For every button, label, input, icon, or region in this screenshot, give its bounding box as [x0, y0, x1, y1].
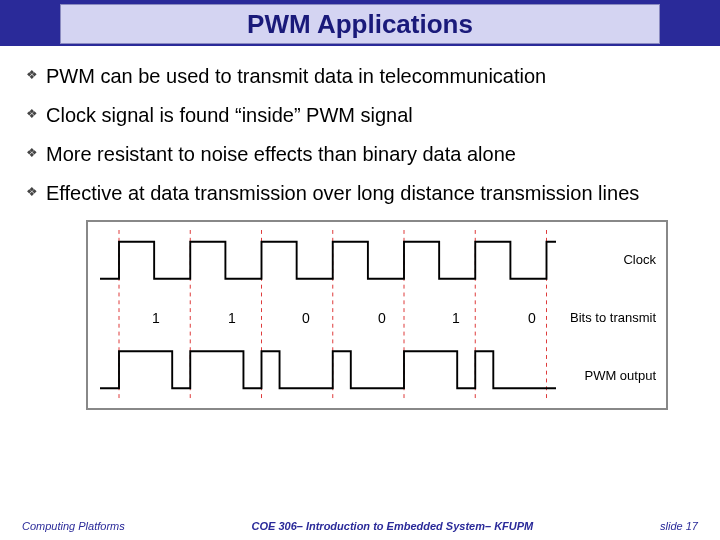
bullet-item: ❖ PWM can be used to transmit data in te… — [26, 64, 694, 89]
footer-right: slide 17 — [660, 520, 698, 532]
bullet-text: More resistant to noise effects than bin… — [46, 142, 516, 167]
footer: Computing Platforms COE 306– Introductio… — [0, 520, 720, 532]
bits-label: Bits to transmit — [570, 310, 656, 325]
bit-value: 0 — [376, 310, 388, 326]
diamond-bullet-icon: ❖ — [26, 107, 38, 120]
clock-label: Clock — [623, 252, 656, 267]
diagram-labels: Clock Bits to transmit PWM output — [558, 230, 656, 400]
content-area: ❖ PWM can be used to transmit data in te… — [0, 46, 720, 410]
clock-waveform — [100, 242, 556, 279]
pwm-waveform — [100, 351, 556, 388]
footer-left: Computing Platforms — [22, 520, 125, 532]
diamond-bullet-icon: ❖ — [26, 185, 38, 198]
bullet-item: ❖ Clock signal is found “inside” PWM sig… — [26, 103, 694, 128]
slide-title: PWM Applications — [247, 9, 473, 40]
pwm-label: PWM output — [584, 368, 656, 383]
bullet-item: ❖ More resistant to noise effects than b… — [26, 142, 694, 167]
timing-diagram: 1 1 0 0 1 0 Clock Bits to transmit PWM o… — [86, 220, 668, 410]
diamond-bullet-icon: ❖ — [26, 68, 38, 81]
bullet-text: Clock signal is found “inside” PWM signa… — [46, 103, 413, 128]
bit-value: 0 — [526, 310, 538, 326]
title-bar: PWM Applications — [60, 4, 660, 44]
waveform-area: 1 1 0 0 1 0 — [100, 230, 556, 400]
bullet-text: PWM can be used to transmit data in tele… — [46, 64, 546, 89]
bit-value: 1 — [226, 310, 238, 326]
diamond-bullet-icon: ❖ — [26, 146, 38, 159]
bit-value: 0 — [300, 310, 312, 326]
footer-center: COE 306– Introduction to Embedded System… — [252, 520, 534, 532]
bullet-text: Effective at data transmission over long… — [46, 181, 639, 206]
bit-value: 1 — [150, 310, 162, 326]
waveform-svg — [100, 230, 556, 400]
bit-value: 1 — [450, 310, 462, 326]
bullet-item: ❖ Effective at data transmission over lo… — [26, 181, 694, 206]
